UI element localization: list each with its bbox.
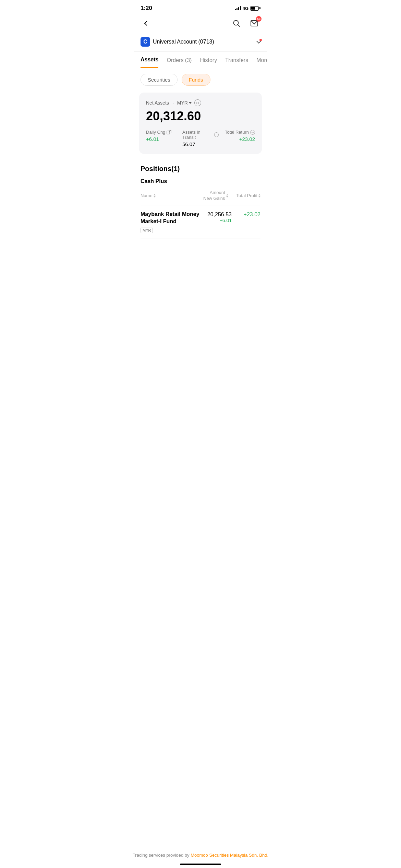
currency-selector[interactable]: MYR — [177, 100, 192, 106]
assets-in-transit-stat: Assets in Transit ··· 56.07 — [182, 130, 219, 147]
status-bar: 1:20 4G — [134, 0, 267, 14]
assets-in-transit-label: Assets in Transit ··· — [182, 130, 219, 140]
table-row[interactable]: Maybank Retail Money Market-I Fund MYR 2… — [141, 205, 260, 239]
name-sort-icon — [154, 194, 156, 197]
net-assets-label: Net Assets — [146, 100, 169, 106]
sub-tab-securities[interactable]: Securities — [141, 74, 178, 86]
table-header: Name Amount New Gains — [141, 190, 260, 205]
row-new-gains: +6.01 — [204, 218, 232, 223]
th-name[interactable]: Name — [141, 193, 156, 198]
row-amount-col: 20,256.53 +6.01 — [204, 212, 232, 223]
daily-chg-label: Daily Chg — [146, 130, 182, 135]
info-icon: ··· — [214, 132, 219, 137]
section-label: Cash Plus — [141, 178, 260, 184]
row-name-col: Maybank Retail Money Market-I Fund MYR — [141, 211, 204, 233]
header: 53 — [134, 14, 267, 34]
network-label: 4G — [243, 6, 248, 11]
visibility-toggle[interactable] — [194, 99, 201, 106]
th-amount-gains[interactable]: Amount New Gains — [203, 190, 228, 202]
total-return-label: Total Return ··· — [219, 130, 255, 135]
tab-orders[interactable]: Orders (3) — [167, 57, 192, 68]
signal-bars-icon — [235, 6, 241, 10]
amount-sort-icon — [226, 194, 228, 197]
back-button[interactable] — [141, 17, 153, 29]
row-profit-col: +23.02 — [240, 212, 260, 218]
eye-icon — [196, 102, 199, 104]
header-right: 53 — [230, 17, 260, 29]
account-bar[interactable]: C Universal Account (0713) — [134, 34, 267, 52]
main-tabs: Assets Orders (3) History Transfers More — [134, 52, 267, 68]
currency-label: MYR — [177, 100, 188, 106]
daily-chg-stat: Daily Chg +6.01 — [146, 130, 182, 142]
assets-in-transit-value: 56.07 — [182, 141, 219, 147]
tab-transfers[interactable]: Transfers — [225, 57, 248, 68]
status-icons: 4G — [235, 6, 260, 11]
th-right: Amount New Gains Total Profit — [203, 190, 260, 202]
battery-icon — [250, 6, 260, 11]
sub-tab-funds[interactable]: Funds — [182, 74, 210, 86]
net-assets-header: Net Assets · MYR — [146, 99, 255, 106]
net-assets-value: 20,312.60 — [146, 109, 255, 123]
svg-line-4 — [169, 130, 171, 132]
tab-assets[interactable]: Assets — [141, 57, 158, 68]
row-amount: 20,256.53 — [204, 212, 232, 218]
account-logo: C — [141, 37, 150, 47]
fund-currency-tag: MYR — [141, 228, 153, 233]
total-return-value: +23.02 — [219, 136, 255, 142]
svg-line-1 — [238, 25, 240, 27]
notification-dot — [259, 39, 262, 41]
mail-badge: 53 — [256, 16, 262, 22]
account-left: C Universal Account (0713) — [141, 37, 214, 47]
fund-name: Maybank Retail Money Market-I Fund — [141, 211, 204, 225]
row-values: 20,256.53 +6.01 +23.02 — [204, 211, 260, 223]
daily-chg-value: +6.01 — [146, 136, 182, 142]
row-total-profit: +23.02 — [240, 212, 260, 218]
mail-button[interactable]: 53 — [248, 17, 260, 29]
total-return-info-icon: ··· — [250, 130, 255, 135]
net-assets-stats: Daily Chg +6.01 Assets in Transit ··· 56… — [146, 130, 255, 147]
profit-sort-icon — [258, 194, 260, 197]
search-button[interactable] — [230, 17, 243, 29]
share-icon — [167, 130, 171, 135]
net-assets-card: Net Assets · MYR 20,312.60 Daily Chg +6.… — [139, 93, 262, 154]
positions-section: Positions(1) Cash Plus Name Amount New G… — [134, 159, 267, 242]
th-total-profit[interactable]: Total Profit — [236, 190, 260, 202]
account-name: Universal Account (0713) — [153, 39, 214, 45]
positions-title: Positions(1) — [141, 165, 260, 173]
tab-more[interactable]: More — [256, 57, 267, 68]
back-chevron-icon — [144, 21, 149, 26]
total-return-stat: Total Return ··· +23.02 — [219, 130, 255, 142]
tab-history[interactable]: History — [200, 57, 217, 68]
status-time: 1:20 — [141, 5, 152, 12]
currency-dropdown-icon — [189, 102, 192, 104]
search-icon — [233, 20, 240, 27]
svg-rect-3 — [167, 131, 170, 134]
sub-tabs: Securities Funds — [134, 68, 267, 90]
positions-table: Name Amount New Gains — [141, 190, 260, 239]
account-dropdown[interactable] — [257, 41, 260, 43]
